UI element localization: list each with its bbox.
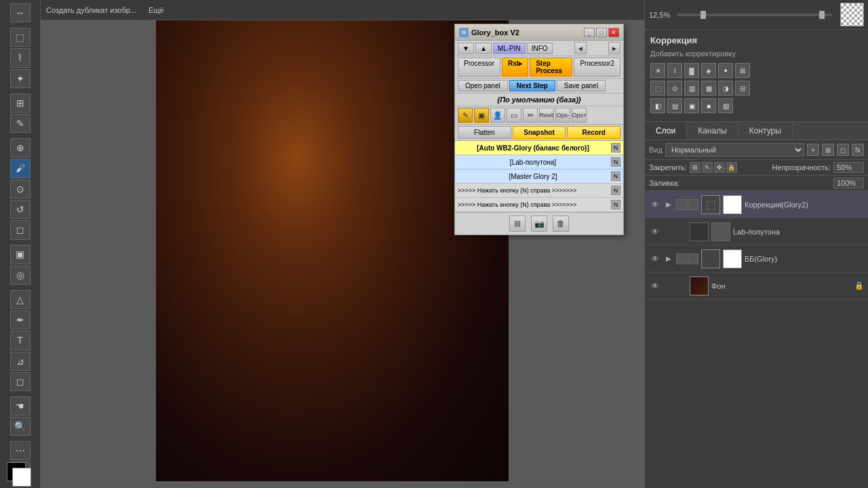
opacity-input[interactable] (833, 162, 864, 173)
glory-footer-camera-btn[interactable]: 📷 (531, 216, 547, 232)
glory-tab-step-process[interactable]: Step Process (530, 58, 572, 77)
corr-icon-hsl[interactable]: ⊞ (735, 63, 750, 78)
layer-row-bg[interactable]: 👁 Фон 🔒 (645, 272, 868, 300)
layer-row-lab[interactable]: 👁 Lab-полутона (645, 218, 868, 245)
tool-eyedropper[interactable]: ✎ (10, 114, 31, 133)
corr-icon-photo-filter[interactable]: ⊙ (667, 81, 682, 96)
background-swatch[interactable] (12, 468, 31, 487)
glory-info-btn[interactable]: INFO (527, 43, 553, 54)
glory-open-panel-btn[interactable]: Open panel (458, 80, 508, 92)
corr-icon-invert[interactable]: ◑ (718, 81, 733, 96)
glory-item-n-4[interactable]: N (611, 200, 620, 209)
glory-nav-left-arrow[interactable]: ◄ (574, 42, 587, 54)
glory-item-n-3[interactable]: N (611, 186, 620, 195)
corr-icon-posterize[interactable]: ⊟ (735, 81, 750, 96)
tool-move[interactable]: ↔ (10, 3, 31, 22)
glory-minimize-btn[interactable]: _ (584, 28, 595, 37)
corr-icon-solid-color[interactable]: ■ (701, 98, 716, 113)
corr-icon-gradient-map[interactable]: ▤ (667, 98, 682, 113)
correction-add-label[interactable]: Добавить корректировку (650, 49, 863, 58)
corr-icon-bw[interactable]: ⬚ (650, 81, 665, 96)
tool-history-brush[interactable]: ↺ (10, 200, 31, 219)
corr-icon-curves[interactable]: ⌇ (667, 63, 682, 78)
pin-all-btn[interactable]: 🔒 (726, 162, 737, 173)
tool-pen[interactable]: ✒ (10, 310, 31, 329)
layer-row-bb[interactable]: 👁 ▶ ББ(Glory) (645, 245, 868, 272)
tool-blur[interactable]: ◎ (10, 266, 31, 285)
corr-icon-selective-color[interactable]: ▣ (684, 98, 699, 113)
tool-selection[interactable]: ⬚ (10, 28, 31, 47)
glory-footer-delete-btn[interactable]: 🗑 (553, 216, 569, 232)
glory-tool-rect[interactable]: ▣ (474, 108, 489, 123)
glory-close-btn[interactable]: ✕ (608, 28, 619, 37)
menu-item-duplicate[interactable]: Создать дубликат изобр... (46, 6, 136, 14)
pin-pixel-btn[interactable]: ⊞ (690, 162, 701, 173)
tool-brush[interactable]: 🖌 (10, 159, 31, 178)
tool-magic-wand[interactable]: ✦ (10, 69, 31, 88)
layer-expand-bb[interactable]: ▶ (664, 254, 673, 264)
glory-tool-pencil[interactable]: ✎ (458, 108, 473, 123)
layer-eye-lab[interactable]: 👁 (649, 226, 661, 238)
layer-new-btn[interactable]: + (807, 144, 819, 156)
layer-expand-correction[interactable]: ▶ (664, 200, 673, 209)
tool-lasso[interactable]: ⌇ (10, 48, 31, 67)
view-select[interactable]: Нормальный (665, 143, 804, 157)
glory-footer-add-btn[interactable]: ⊞ (509, 216, 526, 232)
zoom-slider-right-thumb[interactable] (819, 11, 825, 19)
glory-tab-processor2[interactable]: Processor2 (574, 58, 620, 77)
glory-tool-ops-minus[interactable]: Ops- (555, 108, 570, 123)
glory-tool-frame[interactable]: ▭ (507, 108, 521, 123)
glory-tool-brush[interactable]: ✏ (523, 108, 538, 123)
glory-list-item-4[interactable]: >>>>> Нажать кнопку (N) справа >>>>>>> N (455, 198, 623, 212)
glory-item-n-1[interactable]: N (611, 157, 620, 167)
glory-tool-revit[interactable]: Revit (539, 108, 554, 123)
corr-icon-brightness[interactable]: ☀ (650, 63, 665, 78)
tab-channels[interactable]: Каналы (687, 122, 738, 140)
glory-next-step-btn[interactable]: Next Step (509, 80, 555, 92)
layer-eye-bg[interactable]: 👁 (649, 280, 661, 292)
glory-flatten-btn[interactable]: Flatten (458, 126, 511, 139)
layer-expand-bg[interactable] (664, 281, 673, 291)
glory-item-n-2[interactable]: N (611, 171, 620, 181)
glory-list-item-3[interactable]: >>>>> Нажать кнопку (N) справа >>>>>>> N (455, 184, 623, 198)
corr-icon-gradient-fill[interactable]: ▨ (718, 98, 733, 113)
tool-misc[interactable]: ⋯ (10, 441, 31, 460)
layer-expand-lab[interactable] (664, 227, 673, 237)
corr-icon-color-lookup[interactable]: ▦ (701, 81, 716, 96)
tab-layers[interactable]: Слои (645, 122, 687, 140)
glory-list-item-1[interactable]: [Lab-полутона] N (455, 155, 623, 169)
glory-tool-person[interactable]: 👤 (490, 108, 505, 123)
glory-snapshot-btn[interactable]: Snapshot (513, 126, 566, 139)
corr-icon-threshold[interactable]: ◧ (650, 98, 665, 113)
tool-clone[interactable]: ⊙ (10, 180, 31, 199)
pin-move-btn[interactable]: ✥ (714, 162, 725, 173)
layer-options-btn[interactable]: ⊞ (822, 144, 834, 156)
glory-tab-processor[interactable]: Processor (458, 58, 500, 77)
glory-nav-up-btn[interactable]: ▲ (475, 43, 492, 54)
tab-contours[interactable]: Контуры (738, 122, 793, 140)
zoom-slider-thumb[interactable] (701, 11, 706, 19)
zoom-slider[interactable] (677, 14, 832, 16)
glory-mlpin-btn[interactable]: ML-PIN (493, 43, 526, 54)
layer-row-correction[interactable]: 👁 ▶ ⬚ Коррекция(Glory2) (645, 191, 868, 218)
glory-maximize-btn[interactable]: □ (596, 28, 607, 37)
corr-icon-channel-mixer[interactable]: ▥ (684, 81, 699, 96)
tool-heal[interactable]: ⊕ (10, 138, 31, 157)
pin-brush-btn[interactable]: ✎ (702, 162, 713, 173)
glory-tab-rst[interactable]: Rst▸ (502, 58, 528, 77)
tool-hand[interactable]: ☚ (10, 396, 31, 415)
corr-icon-vibrance[interactable]: ✦ (718, 63, 733, 78)
tool-dodge[interactable]: △ (10, 290, 31, 309)
glory-nav-right-arrow[interactable]: ► (608, 42, 620, 54)
layer-eye-bb[interactable]: 👁 (649, 253, 661, 265)
glory-save-panel-btn[interactable]: Save panel (557, 80, 606, 92)
layer-eye-correction[interactable]: 👁 (649, 199, 661, 211)
tool-gradient[interactable]: ▣ (10, 245, 31, 264)
tool-path[interactable]: ⊿ (10, 352, 31, 371)
fill-input[interactable] (833, 178, 864, 188)
layer-fx-btn[interactable]: fx (852, 144, 864, 156)
tool-crop[interactable]: ⊞ (10, 94, 31, 113)
tool-shape[interactable]: ◻ (10, 372, 31, 391)
glory-tool-ops-plus[interactable]: Ops+ (572, 108, 587, 123)
tool-eraser[interactable]: ◻ (10, 220, 31, 239)
